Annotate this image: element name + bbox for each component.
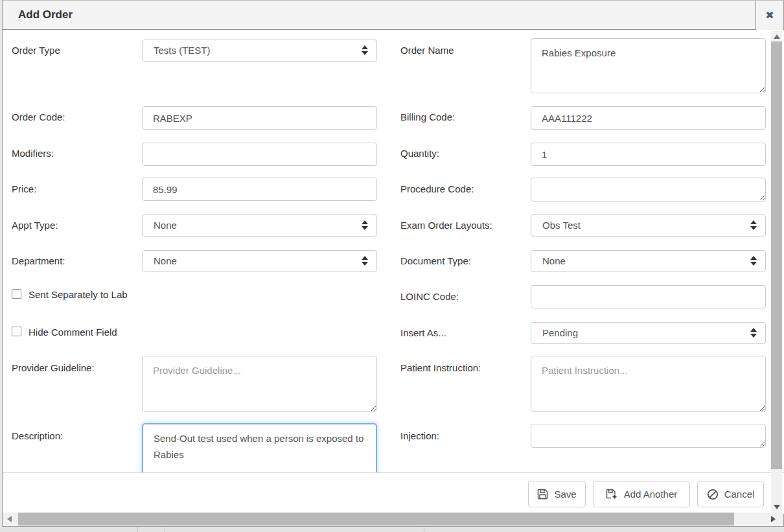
- injection-label: Injection:: [400, 430, 439, 441]
- hide-comment-field-label[interactable]: Hide Comment Field: [29, 327, 117, 338]
- select-arrows-icon: [750, 220, 757, 230]
- scroll-right-arrow-icon[interactable]: [771, 516, 776, 522]
- appt-type-select[interactable]: None: [142, 214, 377, 237]
- horizontal-scrollbar-thumb[interactable]: [18, 513, 734, 526]
- billing-code-label: Billing Code:: [400, 111, 455, 122]
- close-icon: ✖: [765, 9, 774, 21]
- dialog-title: Add Order: [18, 8, 73, 21]
- cancel-button-label: Cancel: [724, 489, 755, 500]
- patient-instruction-label: Patient Instruction:: [400, 362, 481, 373]
- add-another-button-label: Add Another: [624, 489, 678, 500]
- select-arrows-icon: [362, 256, 368, 266]
- price-label: Price:: [12, 183, 36, 194]
- injection-textarea[interactable]: [531, 424, 766, 448]
- scroll-down-arrow-icon[interactable]: [774, 505, 780, 509]
- provider-guideline-textarea[interactable]: [142, 356, 377, 412]
- order-type-value: Tests (TEST): [154, 45, 211, 56]
- select-arrows-icon: [362, 45, 368, 55]
- page-background-strip: [0, 527, 784, 532]
- document-type-select[interactable]: None: [531, 250, 766, 272]
- horizontal-scrollbar[interactable]: [3, 513, 783, 526]
- description-textarea[interactable]: Send-Out test used when a person is expo…: [142, 423, 377, 472]
- vertical-scrollbar[interactable]: [771, 31, 782, 514]
- price-input[interactable]: [142, 178, 377, 201]
- background-table-line: [165, 527, 165, 532]
- document-type-label: Document Type:: [400, 255, 471, 266]
- modifiers-input[interactable]: [142, 143, 377, 166]
- save-icon: [537, 489, 548, 500]
- insert-as-select[interactable]: Pending: [531, 322, 766, 344]
- sent-separately-to-lab-label[interactable]: Sent Separately to Lab: [29, 289, 128, 300]
- order-type-label: Order Type: [12, 45, 60, 56]
- patient-instruction-textarea[interactable]: [531, 356, 766, 412]
- procedure-code-label: Procedure Code:: [400, 183, 474, 194]
- save-button[interactable]: Save: [528, 481, 586, 507]
- provider-guideline-label: Provider Guideline:: [12, 362, 95, 373]
- exam-order-layouts-label: Exam Order Layouts:: [400, 220, 492, 231]
- save-plus-icon: [606, 489, 618, 500]
- exam-order-layouts-select[interactable]: Obs Test: [531, 214, 766, 237]
- order-code-label: Order Code:: [12, 111, 65, 122]
- select-arrows-icon: [750, 256, 757, 266]
- exam-order-layouts-value: Obs Test: [542, 220, 581, 231]
- cancel-button[interactable]: Cancel: [697, 481, 764, 507]
- appt-type-label: Appt Type:: [12, 220, 58, 231]
- add-order-dialog: Add Order ✖ Order Type Tests (TEST) Orde…: [2, 0, 784, 527]
- modifiers-label: Modifiers:: [12, 148, 54, 159]
- department-label: Department:: [12, 255, 65, 266]
- document-type-value: None: [542, 255, 566, 266]
- billing-code-input[interactable]: [531, 106, 766, 130]
- scroll-up-arrow-icon[interactable]: [774, 34, 780, 39]
- loinc-code-input[interactable]: [531, 285, 766, 308]
- department-value: None: [154, 255, 177, 266]
- vertical-scrollbar-thumb[interactable]: [771, 41, 782, 469]
- order-type-select[interactable]: Tests (TEST): [142, 40, 377, 62]
- scroll-left-arrow-icon[interactable]: [7, 516, 12, 522]
- quantity-input[interactable]: [531, 143, 766, 166]
- department-select[interactable]: None: [142, 250, 377, 272]
- order-name-label: Order Name: [400, 45, 454, 56]
- add-another-button[interactable]: Add Another: [593, 481, 690, 507]
- quantity-label: Quantity:: [400, 148, 439, 159]
- dialog-footer: Save Add Another Cancel: [3, 472, 784, 514]
- hide-comment-field-checkbox[interactable]: [12, 327, 21, 336]
- close-button[interactable]: ✖: [755, 1, 783, 30]
- cancel-icon: [707, 489, 719, 500]
- procedure-code-textarea[interactable]: [531, 178, 766, 202]
- select-arrows-icon: [362, 220, 368, 230]
- sent-separately-to-lab-checkbox[interactable]: [12, 289, 21, 299]
- order-code-input[interactable]: [142, 106, 377, 130]
- background-table-line: [137, 527, 138, 532]
- description-label: Description:: [12, 430, 63, 441]
- dialog-body: Order Type Tests (TEST) Order Name Rabie…: [3, 30, 784, 472]
- save-button-label: Save: [554, 489, 576, 500]
- insert-as-label: Insert As...: [400, 327, 446, 338]
- insert-as-value: Pending: [542, 327, 578, 338]
- dialog-titlebar: Add Order ✖: [3, 1, 783, 30]
- appt-type-value: None: [154, 220, 177, 231]
- loinc-code-label: LOINC Code:: [400, 291, 459, 302]
- order-name-textarea[interactable]: Rabies Exposure: [531, 38, 766, 93]
- select-arrows-icon: [750, 328, 757, 338]
- background-table-line: [424, 527, 424, 532]
